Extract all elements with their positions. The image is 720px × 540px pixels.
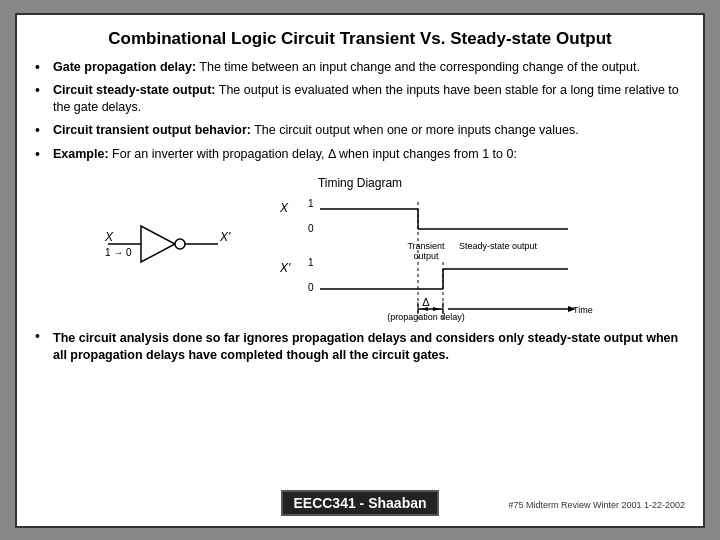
bullet-bold-3: Circuit transient output behavior:	[53, 123, 251, 137]
svg-text:1 → 0: 1 → 0	[105, 247, 132, 258]
bullet-bold-4: Example:	[53, 147, 109, 161]
bullet-dot-2: •	[35, 81, 53, 100]
svg-text:X: X	[104, 230, 114, 244]
svg-text:Transient: Transient	[407, 241, 445, 251]
bullet-dot-1: •	[35, 58, 53, 77]
bullet-dot-4: •	[35, 145, 53, 164]
timing-diagram-label: Timing Diagram	[318, 176, 402, 190]
svg-text:Steady-state output: Steady-state output	[458, 241, 537, 251]
bullet-bold-1: Gate propagation delay:	[53, 60, 196, 74]
bullet-item-3: • Circuit transient output behavior: The…	[35, 122, 685, 140]
svg-text:0: 0	[308, 282, 314, 293]
bullet-text-3: Circuit transient output behavior: The c…	[53, 122, 685, 139]
bullet-rest-3: The circuit output when one or more inpu…	[251, 123, 579, 137]
bullet-text-1: Gate propagation delay: The time between…	[53, 59, 685, 76]
svg-marker-1	[141, 226, 175, 262]
svg-text:X: X	[279, 201, 289, 215]
last-bullet-dot: •	[35, 328, 53, 344]
bullet-dot-3: •	[35, 121, 53, 140]
footer-small-text: #75 Midterm Review Winter 2001 1-22-2002	[508, 500, 685, 510]
svg-text:1: 1	[308, 198, 314, 209]
diagram-area: Timing Diagram X 1 → 0 X'	[35, 176, 685, 324]
circuit-svg: X 1 → 0 X'	[103, 204, 258, 294]
bullet-item-4: • Example: For an inverter with propagat…	[35, 146, 685, 164]
bullet-item-1: • Gate propagation delay: The time betwe…	[35, 59, 685, 77]
svg-text:X': X'	[279, 261, 291, 275]
last-bullet-container: • The circuit analysis done so far ignor…	[35, 328, 685, 368]
svg-text:output: output	[413, 251, 439, 261]
bullet-rest-4: For an inverter with propagation delay, …	[109, 147, 517, 161]
svg-text:1: 1	[308, 257, 314, 268]
svg-text:(propagation delay): (propagation delay)	[387, 312, 465, 322]
bullet-bold-2: Circuit steady-state output:	[53, 83, 216, 97]
slide-title: Combinational Logic Circuit Transient Vs…	[35, 29, 685, 49]
svg-text:X': X'	[219, 230, 231, 244]
svg-text:Time: Time	[573, 305, 593, 315]
footer-box: EECC341 - Shaaban	[281, 490, 438, 516]
svg-point-2	[175, 239, 185, 249]
svg-text:0: 0	[308, 223, 314, 234]
footer-bar: EECC341 - Shaaban #75 Midterm Review Win…	[35, 486, 685, 516]
last-bullet-text: The circuit analysis done so far ignores…	[53, 330, 685, 364]
bullet-rest-1: The time between an input change and the…	[196, 60, 640, 74]
slide: Combinational Logic Circuit Transient Vs…	[15, 13, 705, 528]
diagram-inner: X 1 → 0 X' X 1 0	[35, 194, 685, 324]
svg-marker-34	[433, 307, 440, 311]
svg-text:Δ: Δ	[422, 296, 430, 308]
bullet-list: • Gate propagation delay: The time betwe…	[35, 59, 685, 170]
timing-svg: X 1 0 X' 1 0	[278, 194, 618, 324]
bullet-text-4: Example: For an inverter with propagatio…	[53, 146, 685, 163]
bullet-text-2: Circuit steady-state output: The output …	[53, 82, 685, 116]
bullet-item-2: • Circuit steady-state output: The outpu…	[35, 82, 685, 116]
